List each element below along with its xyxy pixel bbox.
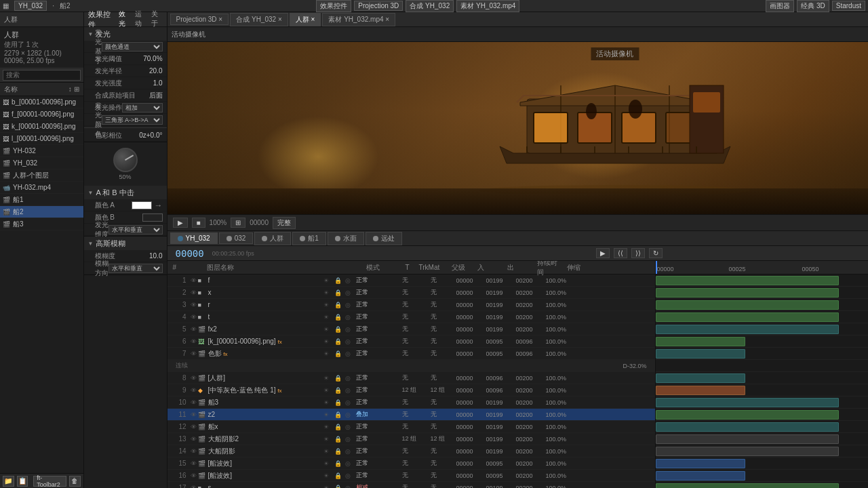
track-bar-13[interactable]: [656, 434, 839, 444]
viewer-tab-projection[interactable]: Projection 3D ×: [170, 14, 229, 25]
layer-row-9[interactable]: 9 👁 ◆ [中等灰色-蓝色 纯色 1] fx ☀ 🔒 ◎ 正常 12 组 12…: [167, 384, 655, 396]
lock-icon-8[interactable]: 🔒: [334, 375, 345, 382]
footage-tab[interactable]: 素材 YH_032.mp4: [456, 0, 519, 12]
solo-icon-6[interactable]: ☀: [323, 350, 334, 357]
lock-icon-13[interactable]: 🔒: [334, 436, 345, 443]
solo-icon-0[interactable]: ☀: [323, 277, 334, 284]
track-bar-1[interactable]: [656, 288, 839, 298]
layer-row-11[interactable]: 11 👁 🎬 z2 ☀ 🔒 ◎ 叠加 无 无 00000 00199 00200…: [167, 409, 655, 421]
solo-icon-5[interactable]: ☀: [323, 338, 334, 345]
canvas-view-btn[interactable]: 画图器: [766, 0, 794, 12]
file-item-9[interactable]: 🎬 船1: [0, 194, 83, 206]
layer-row-12[interactable]: 12 👁 🎬 船x ☀ 🔒 ◎ 正常 无 无 00000 00199 00200…: [167, 421, 655, 433]
comp-yh032-tab[interactable]: 合成 YH_032: [406, 0, 454, 12]
eye-icon-4[interactable]: 👁: [191, 326, 197, 333]
track-bar-11[interactable]: [656, 410, 839, 420]
layer-row-0[interactable]: 1 👁 ■ f ☀ 🔒 ◎ 正常 无 无 00000 00199 00200 1…: [167, 274, 655, 287]
layer-row-7[interactable]: 连续 D-32.0%: [167, 360, 655, 372]
color-b-swatch[interactable]: [142, 214, 163, 222]
track-bar-17[interactable]: [656, 483, 839, 488]
solo-icon-8[interactable]: ☀: [323, 375, 334, 382]
file-item-11[interactable]: 🎬 船3: [0, 218, 83, 230]
track-bar-6[interactable]: [656, 349, 745, 359]
tl-play-btn[interactable]: ▶: [596, 248, 610, 258]
shy-icon-4[interactable]: ◎: [345, 326, 356, 333]
layer-row-17[interactable]: 17 👁 ■ s ☀ 🔒 ◎ 相减 无 无 00000 00199 00200 …: [167, 482, 655, 488]
eye-icon-8[interactable]: 👁: [191, 375, 197, 382]
solo-icon-9[interactable]: ☀: [323, 387, 334, 394]
viewer-tab-footage[interactable]: 素材 YH_032.mp4 ×: [322, 13, 395, 26]
lock-icon-15[interactable]: 🔒: [334, 460, 345, 467]
shy-icon-1[interactable]: ◎: [345, 289, 356, 296]
3d-view-btn[interactable]: 经典 3D: [797, 0, 829, 12]
layer-row-8[interactable]: 8 👁 🎬 [人群] ☀ 🔒 ◎ 正常 无 无 00000 00096 0020…: [167, 372, 655, 384]
eye-icon-0[interactable]: 👁: [191, 277, 197, 284]
track-bar-8[interactable]: [656, 373, 745, 383]
shy-icon-5[interactable]: ◎: [345, 338, 356, 345]
eye-icon-2[interactable]: 👁: [191, 302, 197, 308]
viewer-tab-crowd[interactable]: 人群 ×: [290, 13, 321, 26]
viewer-tab-comp[interactable]: 合成 YH_032 ×: [230, 13, 288, 26]
file-item-3[interactable]: 🖼 k_[00001-00096].png: [0, 121, 83, 133]
blur-amount-value[interactable]: 10.0: [149, 252, 162, 260]
zoom-btn[interactable]: ⊞: [231, 218, 245, 228]
lock-icon-4[interactable]: 🔒: [334, 326, 345, 333]
track-bar-10[interactable]: [656, 398, 839, 407]
track-bar-12[interactable]: [656, 422, 839, 432]
shy-icon-15[interactable]: ◎: [345, 460, 356, 467]
glow-knob[interactable]: [113, 148, 138, 172]
blur-dir-select[interactable]: 水平和垂直: [108, 264, 163, 273]
lock-icon-14[interactable]: 🔒: [334, 448, 345, 455]
glow-radius-value[interactable]: 20.0: [149, 67, 162, 75]
eye-icon-16[interactable]: 👁: [191, 472, 197, 479]
eye-icon-12[interactable]: 👁: [191, 424, 197, 430]
shy-icon-2[interactable]: ◎: [345, 302, 356, 308]
eye-icon-13[interactable]: 👁: [191, 436, 197, 443]
stardust-btn[interactable]: Stardust: [832, 1, 865, 11]
glow-op-select[interactable]: 相加: [122, 103, 163, 113]
file-item-7[interactable]: 🎬 人群-个图层: [0, 169, 83, 182]
eye-icon-1[interactable]: 👁: [191, 289, 197, 296]
track-bar-15[interactable]: [656, 459, 745, 468]
project-settings-btn[interactable]: ft-Toolbar2: [33, 476, 66, 487]
solo-icon-13[interactable]: ☀: [323, 436, 334, 443]
lock-icon-5[interactable]: 🔒: [334, 338, 345, 345]
layer-row-1[interactable]: 2 👁 ■ x ☀ 🔒 ◎ 正常 无 无 00000 00199 00200 1…: [167, 287, 655, 299]
track-bar-16[interactable]: [656, 471, 745, 481]
lock-icon-11[interactable]: 🔒: [334, 411, 345, 418]
delete-item-btn[interactable]: 🗑: [69, 476, 81, 487]
layer-row-13[interactable]: 13 👁 🎬 大船阴影2 ☀ 🔒 ◎ 正常 12 组 12 组 00000 00…: [167, 433, 655, 445]
eye-icon-11[interactable]: 👁: [191, 411, 197, 418]
track-bar-3[interactable]: [656, 312, 839, 322]
track-bar-4[interactable]: [656, 325, 839, 334]
lock-icon-9[interactable]: 🔒: [334, 387, 345, 394]
solo-icon-3[interactable]: ☀: [323, 314, 334, 321]
solo-icon-10[interactable]: ☀: [323, 399, 334, 406]
lock-icon-3[interactable]: 🔒: [334, 314, 345, 321]
layer-row-6[interactable]: 7 👁 🎬 色影 fx ☀ 🔒 ◎ 正常 无 无 00000 00095 000…: [167, 348, 655, 360]
file-item-8[interactable]: 📹 YH-032.mp4: [0, 182, 83, 194]
lock-icon-10[interactable]: 🔒: [334, 399, 345, 406]
glow-color-select[interactable]: 三角形 A->B->A: [102, 115, 163, 125]
tl-tab-boat1[interactable]: 船1: [292, 232, 326, 245]
tl-tab-yh032[interactable]: YH_032: [170, 232, 218, 244]
lock-icon-12[interactable]: 🔒: [334, 424, 345, 430]
file-item-5[interactable]: 🎬 YH-032: [0, 145, 83, 157]
track-bar-14[interactable]: [656, 447, 839, 456]
shy-icon-16[interactable]: ◎: [345, 472, 356, 479]
eye-icon-17[interactable]: 👁: [191, 485, 197, 489]
glow-based-on-select[interactable]: 颜色通道: [102, 42, 163, 52]
track-bar-0[interactable]: [656, 276, 839, 285]
track-bar-9[interactable]: [656, 386, 745, 395]
tl-tab-water[interactable]: 水面: [328, 232, 364, 245]
new-comp-btn[interactable]: 📋: [17, 476, 28, 487]
eye-icon-3[interactable]: 👁: [191, 314, 197, 321]
color-a-swatch[interactable]: [132, 201, 152, 209]
solo-icon-1[interactable]: ☀: [323, 289, 334, 296]
projection3d-tab[interactable]: Projection 3D: [354, 1, 403, 11]
layer-row-15[interactable]: 15 👁 🎬 [船波效] ☀ 🔒 ◎ 正常 无 无 00000 00095 00…: [167, 458, 655, 470]
effects-ctrl-tab[interactable]: 效果控件: [316, 0, 351, 12]
solo-icon-16[interactable]: ☀: [323, 472, 334, 479]
play-btn[interactable]: ▶: [173, 218, 188, 228]
tl-next-btn[interactable]: ⟩⟩: [631, 248, 645, 258]
